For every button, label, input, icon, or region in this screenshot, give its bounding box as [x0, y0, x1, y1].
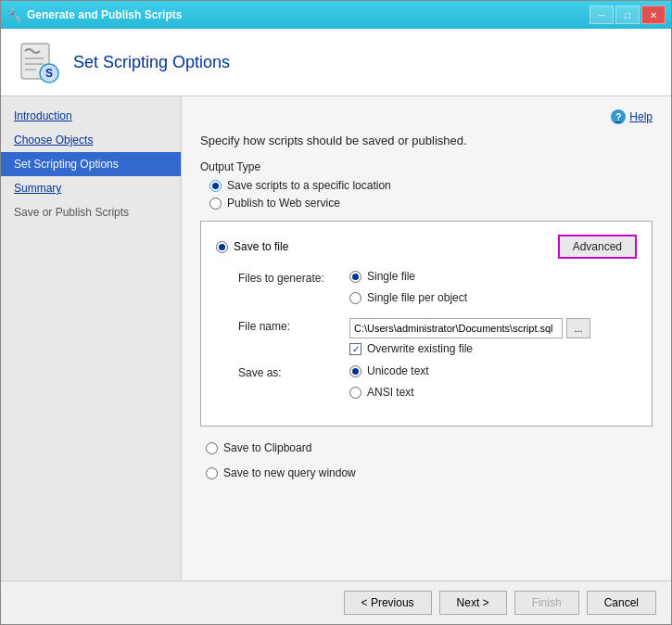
main-window: 🔧 Generate and Publish Scripts ─ □ ✕ S S… [0, 0, 672, 625]
radio-ansi-input[interactable] [349, 387, 361, 399]
file-name-controls: ... Overwrite existing file [349, 318, 590, 355]
finish-button[interactable]: Finish [514, 591, 579, 615]
browse-button[interactable]: ... [566, 318, 590, 338]
close-button[interactable]: ✕ [641, 6, 666, 24]
sidebar-item-choose-objects[interactable]: Choose Objects [1, 128, 181, 152]
advanced-button[interactable]: Advanced [558, 235, 637, 259]
radio-save-specific-label: Save scripts to a specific location [227, 179, 391, 192]
radio-save-clipboard[interactable]: Save to Clipboard [206, 441, 653, 454]
save-options-header: Save to file Advanced [216, 235, 637, 259]
radio-save-specific-input[interactable] [209, 180, 222, 192]
radio-save-clipboard-label: Save to Clipboard [223, 441, 311, 454]
save-options-box: Save to file Advanced Files to generate:… [200, 221, 653, 427]
previous-button[interactable]: < Previous [344, 591, 432, 615]
sidebar-item-save-publish: Save or Publish Scripts [1, 200, 181, 224]
page-header: S Set Scripting Options [1, 29, 671, 96]
save-to-file-label: Save to file [234, 240, 288, 253]
file-name-input[interactable] [349, 318, 563, 338]
radio-save-new-window-input[interactable] [206, 467, 218, 479]
next-button[interactable]: Next > [439, 591, 507, 615]
output-type-label: Output Type [200, 160, 653, 173]
radio-unicode-label: Unicode text [367, 364, 429, 377]
sidebar-item-summary[interactable]: Summary [1, 176, 181, 200]
page-title: Set Scripting Options [73, 53, 230, 72]
title-bar-buttons: ─ □ ✕ [590, 6, 666, 24]
save-as-controls: Unicode text ANSI text [349, 364, 429, 403]
other-options: Save to Clipboard Save to new query wind… [200, 441, 653, 484]
file-name-row: File name: ... Overwrite existing file [216, 318, 637, 355]
radio-save-new-window[interactable]: Save to new query window [206, 466, 653, 479]
radio-save-specific[interactable]: Save scripts to a specific location [209, 179, 653, 192]
header-icon: S [16, 40, 60, 84]
main-panel: ? Help Specify how scripts should be sav… [182, 96, 671, 580]
radio-save-clipboard-input[interactable] [206, 442, 218, 454]
cancel-button[interactable]: Cancel [587, 591, 656, 615]
overwrite-checkbox[interactable] [349, 343, 361, 355]
file-name-label: File name: [238, 318, 349, 333]
radio-unicode-input[interactable] [349, 365, 361, 377]
files-to-generate-row: Files to generate: Single file Single fi… [216, 270, 637, 309]
instruction-text: Specify how scripts should be saved or p… [200, 134, 653, 147]
save-to-file-row[interactable]: Save to file [216, 240, 288, 253]
footer: < Previous Next > Finish Cancel [1, 580, 671, 624]
minimize-button[interactable]: ─ [590, 6, 614, 24]
radio-single-file-label: Single file [367, 270, 415, 283]
radio-single-file[interactable]: Single file [349, 270, 467, 283]
window-title: Generate and Publish Scripts [27, 8, 182, 21]
help-button[interactable]: ? Help [611, 109, 653, 124]
title-bar: 🔧 Generate and Publish Scripts ─ □ ✕ [1, 1, 671, 29]
sidebar: Introduction Choose Objects Set Scriptin… [1, 96, 182, 580]
overwrite-label: Overwrite existing file [367, 342, 473, 355]
radio-ansi[interactable]: ANSI text [349, 386, 429, 399]
files-to-generate-controls: Single file Single file per object [349, 270, 467, 309]
radio-single-file-input[interactable] [349, 271, 361, 283]
radio-unicode[interactable]: Unicode text [349, 364, 429, 377]
radio-publish-web-label: Publish to Web service [227, 197, 340, 210]
radio-save-new-window-label: Save to new query window [223, 466, 356, 479]
radio-save-to-file[interactable] [216, 241, 228, 253]
sidebar-item-set-scripting[interactable]: Set Scripting Options [1, 152, 181, 176]
help-link-area: ? Help [200, 109, 653, 124]
radio-ansi-label: ANSI text [367, 386, 414, 399]
help-icon: ? [611, 109, 626, 124]
file-name-input-row: ... [349, 318, 590, 338]
files-to-generate-label: Files to generate: [238, 270, 349, 285]
title-bar-left: 🔧 Generate and Publish Scripts [6, 7, 182, 22]
save-as-label: Save as: [238, 364, 349, 379]
save-as-row: Save as: Unicode text ANSI text [216, 364, 637, 403]
radio-single-file-per-object-input[interactable] [349, 292, 361, 304]
overwrite-checkbox-row[interactable]: Overwrite existing file [349, 342, 590, 355]
radio-publish-web[interactable]: Publish to Web service [209, 197, 653, 210]
sidebar-item-introduction[interactable]: Introduction [1, 104, 181, 128]
radio-publish-web-input[interactable] [209, 198, 222, 210]
maximize-button[interactable]: □ [615, 6, 640, 24]
content-area: Introduction Choose Objects Set Scriptin… [1, 96, 671, 580]
radio-single-file-per-object-label: Single file per object [367, 291, 467, 304]
radio-single-file-per-object[interactable]: Single file per object [349, 291, 467, 304]
window-icon: 🔧 [6, 7, 21, 22]
svg-text:S: S [45, 67, 53, 80]
